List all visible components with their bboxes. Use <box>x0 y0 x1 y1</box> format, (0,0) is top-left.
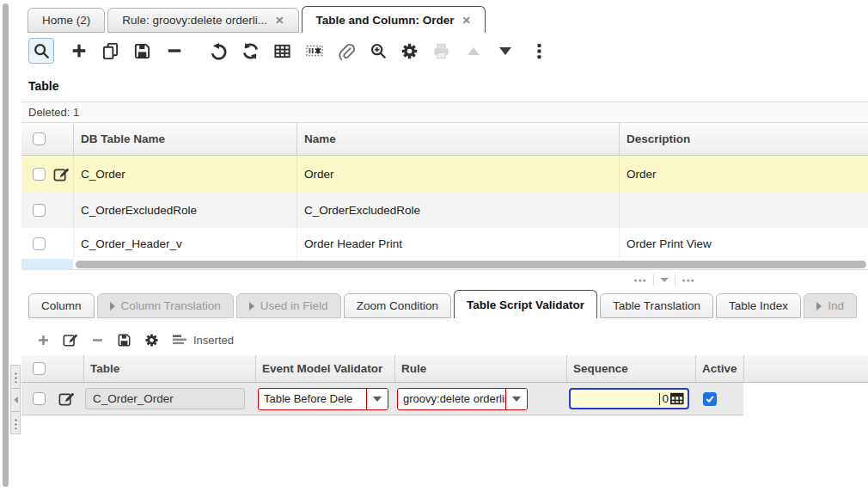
zoom-in-icon <box>370 42 387 59</box>
edit-row-button[interactable] <box>63 332 78 347</box>
refresh-button[interactable] <box>235 42 266 60</box>
splitter-grip[interactable]: ●●● <box>627 274 653 286</box>
table-row[interactable]: C_OrderExcludedRole C_OrderExcludedRole <box>21 192 868 228</box>
splitter-grip[interactable]: ●●● <box>675 274 701 286</box>
tab-table-translation[interactable]: Table Translation <box>600 293 713 318</box>
table-row-selected[interactable]: C_Order Order Order <box>21 156 868 192</box>
combobox-dropdown-button[interactable] <box>505 389 527 409</box>
select-all-cell <box>21 123 73 155</box>
print-button[interactable] <box>425 42 457 60</box>
cell-description: Order Print View <box>619 228 868 259</box>
calculator-icon[interactable] <box>670 392 684 405</box>
table-row[interactable]: C_Order_Header_v Order Header Print Orde… <box>21 228 868 259</box>
tab-home[interactable]: Home (2) <box>28 8 105 33</box>
save-button[interactable] <box>126 42 158 60</box>
vertical-scrollbar[interactable] <box>3 3 9 487</box>
select-all-checkbox[interactable] <box>33 362 46 375</box>
grid-toggle-button[interactable] <box>266 42 298 60</box>
delete-row-button[interactable] <box>91 334 104 347</box>
row-checkbox[interactable] <box>33 168 46 181</box>
column-header[interactable]: Active <box>695 355 743 382</box>
tab-table-and-column[interactable]: Table and Column: Order ✕ <box>302 6 486 33</box>
detail-row[interactable]: C_Order_Order Table Before Dele groovy:d… <box>21 383 868 415</box>
row-status-indicator: Inserted <box>172 334 234 347</box>
combobox-dropdown-button[interactable] <box>366 389 388 409</box>
combobox-value[interactable]: Table Before Dele <box>259 389 366 409</box>
tab-rule[interactable]: Rule: groovy:delete orderli... ✕ <box>107 8 298 33</box>
tab-table-index[interactable]: Table Index <box>716 293 801 318</box>
find-button[interactable] <box>28 38 54 64</box>
process-detail-button[interactable] <box>144 333 159 347</box>
column-header[interactable]: Rule <box>394 355 566 382</box>
save-icon <box>133 42 151 60</box>
row-checkbox[interactable] <box>33 204 46 217</box>
tab-column-translation[interactable]: Column Translation <box>97 293 234 318</box>
tab-label: Table and Column: Order <box>316 14 455 27</box>
column-header[interactable]: Name <box>296 123 619 155</box>
detail-grid-header: Table Event Model Validator Rule Sequenc… <box>21 355 868 383</box>
tab-label: Table Script Validator <box>467 298 584 311</box>
detail-toolbar: Inserted <box>21 325 868 354</box>
tab-index-column[interactable]: Ind <box>804 293 857 318</box>
tab-table-script-validator[interactable]: Table Script Validator <box>454 290 597 318</box>
collapsed-arrow-icon <box>110 302 115 311</box>
sequence-input[interactable]: 0 <box>569 388 689 409</box>
rule-combobox[interactable]: groovy:delete orderline <box>397 388 528 410</box>
close-icon[interactable]: ✕ <box>462 14 471 27</box>
cell-sequence: 0 <box>566 383 695 415</box>
edit-icon[interactable] <box>53 166 70 182</box>
row-checkbox[interactable] <box>33 237 46 250</box>
chevron-up-icon <box>468 47 480 55</box>
gear-icon <box>400 42 419 60</box>
splitter-grip[interactable] <box>11 366 20 389</box>
column-header[interactable]: Event Model Validator <box>255 355 394 382</box>
tab-label: Home (2) <box>42 14 90 27</box>
column-header[interactable]: Sequence <box>566 355 695 382</box>
combobox-value[interactable]: groovy:delete orderline <box>398 389 505 409</box>
edit-icon[interactable] <box>58 391 75 407</box>
cell-active <box>695 383 743 415</box>
select-all-cell <box>21 355 52 382</box>
save-detail-button[interactable] <box>117 333 131 347</box>
event-model-validator-combobox[interactable]: Table Before Dele <box>258 388 388 410</box>
grip-dots-icon <box>15 418 17 429</box>
attachment-button[interactable] <box>330 42 362 60</box>
tab-label: Column Translation <box>121 299 221 312</box>
grid-header: DB Table Name Name Description <box>21 123 868 156</box>
tab-column[interactable]: Column <box>28 293 95 318</box>
detail-pane-splitter[interactable] <box>10 365 21 434</box>
archive-button[interactable] <box>298 41 330 60</box>
cell-name: C_OrderExcludedRole <box>296 192 619 228</box>
status-bar: Deleted: 1 <box>21 101 868 123</box>
column-header[interactable]: Table <box>83 355 255 382</box>
horizontal-scrollbar-thumb[interactable] <box>76 261 866 268</box>
next-record-button[interactable] <box>489 47 521 55</box>
tab-zoom-condition[interactable]: Zoom Condition <box>344 293 451 318</box>
pane-splitter-bar[interactable]: ●●● ●●● <box>21 274 868 286</box>
sequence-value: 0 <box>662 392 669 405</box>
column-header[interactable]: Description <box>619 123 868 155</box>
copy-record-button[interactable] <box>95 42 126 60</box>
more-actions-button[interactable] <box>523 42 555 60</box>
zoom-button[interactable] <box>362 42 394 59</box>
splitter-collapse-button[interactable] <box>653 274 675 286</box>
close-icon[interactable]: ✕ <box>275 14 284 27</box>
add-row-button[interactable] <box>37 334 50 347</box>
chevron-down-icon <box>660 278 669 282</box>
cell-table: C_Order_Order <box>83 383 255 415</box>
tab-label: Table Translation <box>613 299 700 312</box>
row-checkbox[interactable] <box>33 392 46 405</box>
tab-used-in-field[interactable]: Used in Field <box>236 293 341 318</box>
delete-record-button[interactable] <box>158 42 190 59</box>
undo-button[interactable] <box>203 42 235 60</box>
edit-column-header <box>52 355 83 382</box>
select-all-checkbox[interactable] <box>33 132 46 145</box>
tab-label: Table Index <box>729 299 788 312</box>
new-record-button[interactable] <box>63 42 95 59</box>
splitter-collapse-button[interactable] <box>11 389 20 412</box>
splitter-grip[interactable] <box>11 412 20 434</box>
process-button[interactable] <box>394 42 425 60</box>
previous-record-button[interactable] <box>457 47 489 55</box>
active-checkbox-checked[interactable] <box>703 392 717 406</box>
column-header[interactable]: DB Table Name <box>73 123 296 155</box>
